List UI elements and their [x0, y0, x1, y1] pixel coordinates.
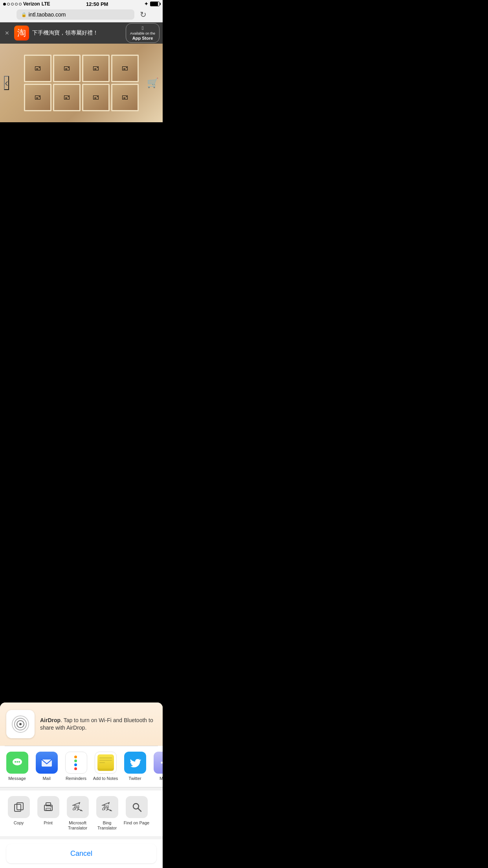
product-image: 🖃 🖃 🖃 🖃 🖃 🖃 🖃 🖃 ‹ 🛒	[0, 44, 163, 122]
app-banner: ✕ 淘 下手機淘寶，領專屬好禮！  Available on the App …	[0, 22, 163, 44]
stamp-7: 🖃	[82, 84, 110, 111]
reload-button[interactable]: ↻	[140, 10, 147, 19]
battery-fill	[150, 2, 158, 6]
url-pill[interactable]: 🔒 intl.taobao.com	[17, 9, 134, 20]
stamp-6: 🖃	[53, 84, 81, 111]
status-right: ✦	[144, 1, 160, 7]
url-text: intl.taobao.com	[29, 11, 66, 18]
battery-indicator	[150, 2, 160, 6]
signal-dot-4	[15, 3, 18, 6]
app-store-line2: App Store	[132, 36, 153, 41]
time-label: 12:50 PM	[86, 1, 108, 7]
url-bar: 🔒 intl.taobao.com ↻	[0, 8, 163, 22]
stamp-1: 🖃	[24, 55, 51, 82]
app-store-line1: Available on the	[130, 31, 155, 36]
stamp-2: 🖃	[53, 55, 81, 82]
signal-dot-2	[7, 3, 10, 6]
signal-dot-3	[11, 3, 14, 6]
carrier-label: Verizon	[23, 1, 40, 7]
status-bar: Verizon LTE 12:50 PM ✦	[0, 0, 163, 8]
stamp-8: 🖃	[111, 84, 139, 111]
back-button[interactable]: ‹	[4, 76, 9, 90]
app-store-button[interactable]:  Available on the App Store	[126, 23, 160, 43]
network-type-label: LTE	[42, 1, 50, 7]
signal-dot-5	[19, 3, 22, 6]
stamp-5: 🖃	[24, 84, 51, 111]
banner-text: 下手機淘寶，領專屬好禮！	[32, 29, 123, 37]
stamp-4: 🖃	[111, 55, 139, 82]
apple-logo-icon: 	[142, 25, 144, 31]
signal-dots	[3, 3, 22, 6]
page-content: 🖃 🖃 🖃 🖃 🖃 🖃 🖃 🖃 ‹ 🛒	[0, 44, 163, 122]
banner-close-button[interactable]: ✕	[3, 30, 11, 36]
signal-dot-1	[3, 3, 6, 6]
stamp-3: 🖃	[82, 55, 110, 82]
cart-button[interactable]: 🛒	[147, 77, 159, 88]
lock-icon: 🔒	[21, 12, 27, 17]
stamps-grid: 🖃 🖃 🖃 🖃 🖃 🖃 🖃 🖃	[16, 47, 146, 119]
taobao-app-icon: 淘	[14, 26, 29, 40]
status-left: Verizon LTE	[3, 1, 50, 7]
bluetooth-icon: ✦	[144, 1, 148, 7]
